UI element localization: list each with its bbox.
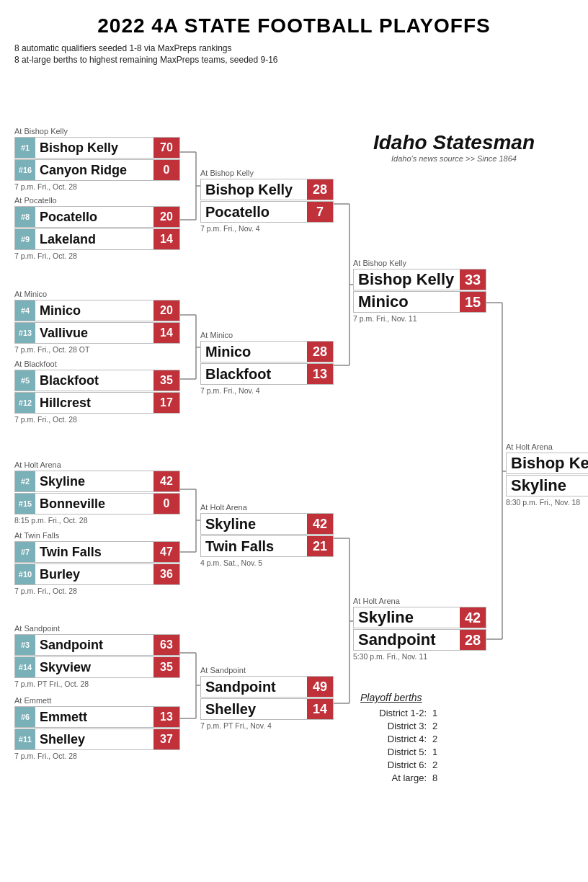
r1m3-score2: 14: [153, 323, 179, 343]
r2m4-score1: 49: [307, 677, 333, 697]
r2m2-venue: At Minico: [200, 331, 334, 339]
r2m1-venue: At Bishop Kelly: [200, 169, 334, 177]
r1m6-seed1: #7: [15, 542, 35, 562]
berth-val-1: 2: [432, 721, 437, 731]
r2m2-time: 7 p.m. Fri., Nov. 4: [200, 386, 334, 395]
r2m4-time: 7 p.m. PT Fri., Nov. 4: [200, 721, 334, 730]
r1m7-seed1: #3: [15, 635, 35, 655]
r2m1-score2: 7: [307, 202, 333, 222]
r2m4-venue: At Sandpoint: [200, 666, 334, 674]
r3m2-score1: 42: [460, 607, 486, 628]
r2m4-team1-row: Sandpoint 49: [200, 676, 334, 698]
r1m8-score2: 37: [153, 729, 179, 749]
r1-match3: At Minico #4 Minico 20 #13 Vallivue 14 7…: [14, 287, 180, 357]
r1-match5: At Holt Arena #2 Skyline 42 #15 Bonnevil…: [14, 458, 180, 527]
r3m2-team1-row: Skyline 42: [353, 607, 486, 628]
r1m3-score1: 20: [153, 300, 179, 321]
r1m1-seed1: #1: [15, 138, 35, 158]
r1m3-team1-row: #4 Minico 20: [14, 300, 180, 321]
r1m7-team2-row: #14 Skyview 35: [14, 656, 180, 678]
berth-row-0: District 1-2: 1: [360, 708, 555, 718]
r2m1-team2-row: Pocatello 7: [200, 201, 334, 223]
r3m2-name1: Skyline: [354, 608, 460, 627]
r4m1-team2-row: Skyline 50: [506, 475, 588, 496]
r2m3-time: 4 p.m. Sat., Nov. 5: [200, 558, 334, 567]
r2m2-team1-row: Minico 28: [200, 341, 334, 362]
r3m2-team2-row: Sandpoint 28: [353, 629, 486, 651]
r1m2-score1: 20: [153, 207, 179, 227]
r1m4-time: 7 p.m. Fri., Oct. 28: [14, 415, 180, 424]
r1m2-team2-row: #9 Lakeland 14: [14, 228, 180, 250]
r1m5-name2: Bonneville: [35, 496, 153, 512]
r1m2-team1-row: #8 Pocatello 20: [14, 206, 180, 228]
r1m8-name2: Shelley: [35, 732, 153, 747]
r3m2-time: 5:30 p.m. Fri., Nov. 11: [353, 652, 486, 661]
playoff-berths-section: Playoff berths District 1-2: 1 District …: [353, 677, 555, 785]
subtitle1: 8 automatic qualifiers seeded 1-8 via Ma…: [14, 43, 574, 53]
r2-match4: At Sandpoint Sandpoint 49 Shelley 14 7 p…: [200, 663, 334, 733]
r1m6-name1: Twin Falls: [35, 545, 153, 560]
r2m4-name1: Sandpoint: [201, 679, 307, 695]
r1m5-seed1: #2: [15, 471, 35, 491]
r1m2-name1: Pocatello: [35, 210, 153, 225]
r4m1-time: 8:30 p.m. Fri., Nov. 18: [506, 498, 588, 507]
r2m3-name2: Twin Falls: [201, 538, 307, 555]
r1m1-score1: 70: [153, 138, 179, 158]
r1m5-team1-row: #2 Skyline 42: [14, 471, 180, 492]
r2m1-score1: 28: [307, 179, 333, 200]
r1m7-venue: At Sandpoint: [14, 624, 180, 633]
r2m4-name2: Shelley: [201, 701, 307, 718]
berth-row-2: District 4: 2: [360, 734, 555, 744]
logo-area: Idaho Statesman Idaho's news source >> S…: [353, 124, 555, 170]
r1-match8: At Emmett #6 Emmett 13 #11 Shelley 37 7 …: [14, 693, 180, 763]
r1m3-name1: Minico: [35, 303, 153, 318]
r1m1-name2: Canyon Ridge: [35, 163, 153, 178]
r2-match2: At Minico Minico 28 Blackfoot 13 7 p.m. …: [200, 328, 334, 398]
r1m7-name2: Skyview: [35, 660, 153, 675]
r1m8-team1-row: #6 Emmett 13: [14, 706, 180, 728]
r2m4-score2: 14: [307, 699, 333, 719]
r1m8-venue: At Emmett: [14, 696, 180, 705]
r3m1-team2-row: Minico 15: [353, 291, 486, 313]
berth-val-3: 1: [432, 747, 437, 757]
r2m2-name1: Minico: [201, 344, 307, 360]
r2m4-team2-row: Shelley 14: [200, 698, 334, 720]
r3m1-team1-row: Bishop Kelly 33: [353, 269, 486, 290]
r1m4-venue: At Blackfoot: [14, 360, 180, 368]
berth-label-0: District 1-2:: [360, 708, 432, 718]
r1m1-name1: Bishop Kelly: [35, 141, 153, 156]
r2m3-team2-row: Twin Falls 21: [200, 535, 334, 557]
r2m1-time: 7 p.m. Fri., Nov. 4: [200, 224, 334, 233]
r1m2-name2: Lakeland: [35, 232, 153, 247]
r1m1-seed2: #16: [15, 160, 35, 180]
r1m4-score1: 35: [153, 370, 179, 391]
r2m2-score2: 13: [307, 364, 333, 384]
logo-tagline: Idaho's news source >> Since 1864: [360, 154, 548, 163]
r1m8-team2-row: #11 Shelley 37: [14, 729, 180, 750]
r1m5-score2: 0: [153, 494, 179, 514]
r1m6-score2: 36: [153, 564, 179, 584]
berth-val-5: 8: [432, 772, 437, 783]
berth-label-3: District 5:: [360, 747, 432, 757]
r1m5-name1: Skyline: [35, 474, 153, 489]
r1m3-team2-row: #13 Vallivue 14: [14, 322, 180, 344]
r1-match4: At Blackfoot #5 Blackfoot 35 #12 Hillcre…: [14, 357, 180, 427]
r1m1-venue: At Bishop Kelly: [14, 127, 180, 135]
r2m3-team1-row: Skyline 42: [200, 513, 334, 535]
r1m6-time: 7 p.m. Fri., Oct. 28: [14, 587, 180, 595]
r1m1-score2: 0: [153, 160, 179, 180]
page-title: 2022 4A STATE FOOTBALL PLAYOFFS: [14, 14, 574, 37]
r2m2-name2: Blackfoot: [201, 366, 307, 383]
berth-label-2: District 4:: [360, 734, 432, 744]
r1m4-team2-row: #12 Hillcrest 17: [14, 392, 180, 414]
r1m7-score2: 35: [153, 657, 179, 677]
r3m1-score2: 15: [460, 292, 486, 312]
r2m3-score2: 21: [307, 536, 333, 556]
r2m1-team1-row: Bishop Kelly 28: [200, 179, 334, 200]
r1m3-time: 7 p.m. Fri., Oct. 28 OT: [14, 345, 180, 354]
r3m1-score1: 33: [460, 270, 486, 290]
r1m2-seed2: #9: [15, 229, 35, 249]
berth-val-4: 2: [432, 760, 437, 770]
r1-match1: At Bishop Kelly #1 Bishop Kelly 70 #16 C…: [14, 124, 180, 194]
r1m4-name1: Blackfoot: [35, 373, 153, 388]
